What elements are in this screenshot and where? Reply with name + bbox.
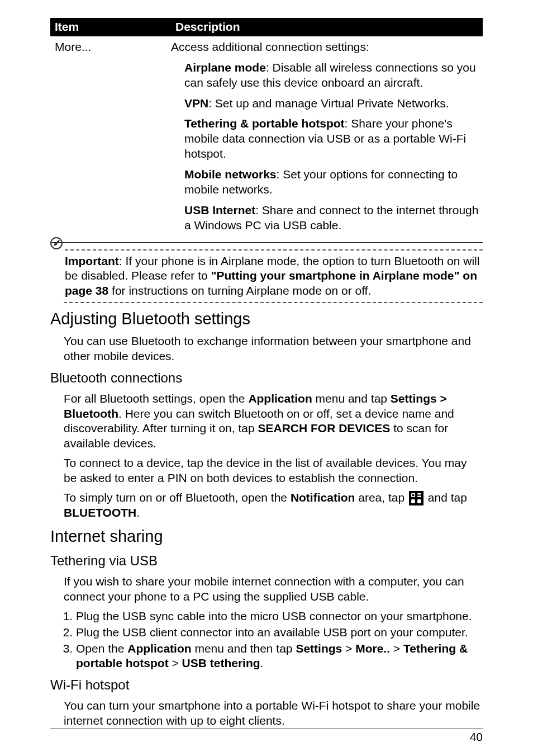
svg-rect-7 (417, 493, 421, 495)
bluetooth-toggle-paragraph: To simply turn on or off Bluetooth, open… (64, 490, 483, 521)
quick-settings-icon (409, 491, 423, 505)
table-separator (50, 242, 483, 244)
svg-rect-1 (55, 239, 60, 244)
svg-point-9 (412, 494, 414, 497)
description-entry: VPN: Set up and manage Virtual Private N… (171, 96, 483, 111)
heading-wifi-hotspot: Wi-Fi hotspot (50, 677, 483, 694)
tethering-usb-intro: If you wish to share your mobile interne… (64, 574, 483, 604)
description-entry: USB Internet: Share and connect to the i… (171, 203, 483, 233)
table-header-item: Item (50, 18, 171, 36)
settings-table: Item Description More... Access addition… (50, 18, 483, 244)
list-item: Plug the USB sync cable into the micro U… (76, 609, 483, 624)
page-number: 40 (470, 730, 483, 745)
table-row: More... Access additional connection set… (50, 36, 483, 242)
note-dash-bottom (64, 302, 483, 303)
bluetooth-connect-paragraph: To connect to a device, tap the device i… (64, 456, 483, 486)
table-cell-item: More... (50, 36, 171, 242)
heading-bluetooth-connections: Bluetooth connections (50, 370, 483, 387)
description-entry: Airplane mode: Disable all wireless conn… (171, 60, 483, 91)
important-note: Important: If your phone is in Airplane … (50, 249, 483, 304)
list-item: Plug the USB client connector into an av… (76, 625, 483, 640)
tethering-steps: Plug the USB sync cable into the micro U… (64, 609, 483, 672)
svg-rect-8 (417, 496, 421, 498)
table-header-description: Description (171, 18, 483, 36)
note-dash-top (65, 249, 483, 251)
bluetooth-intro: You can use Bluetooth to exchange inform… (64, 334, 483, 364)
bluetooth-settings-paragraph: For all Bluetooth settings, open the App… (64, 391, 483, 452)
page: Item Description More... Access addition… (0, 0, 533, 756)
description-entry: Tethering & portable hotspot: Share your… (171, 116, 483, 162)
svg-rect-5 (411, 499, 415, 503)
pin-icon (50, 237, 63, 253)
heading-bluetooth: Adjusting Bluetooth settings (50, 309, 483, 329)
footer-separator (50, 729, 483, 729)
svg-rect-6 (417, 499, 421, 503)
table-cell-description: Access additional connection settings: A… (171, 36, 483, 242)
wifi-hotspot-intro: You can turn your smartphone into a port… (64, 698, 483, 729)
list-item: Open the Application menu and then tap S… (76, 641, 483, 672)
description-entry: Mobile networks: Set your options for co… (171, 167, 483, 197)
heading-tethering-usb: Tethering via USB (50, 552, 483, 570)
svg-rect-3 (409, 491, 423, 505)
description-intro: Access additional connection settings: (171, 40, 483, 55)
note-text: Important: If your phone is in Airplane … (65, 254, 483, 299)
heading-internet-sharing: Internet sharing (50, 526, 483, 547)
